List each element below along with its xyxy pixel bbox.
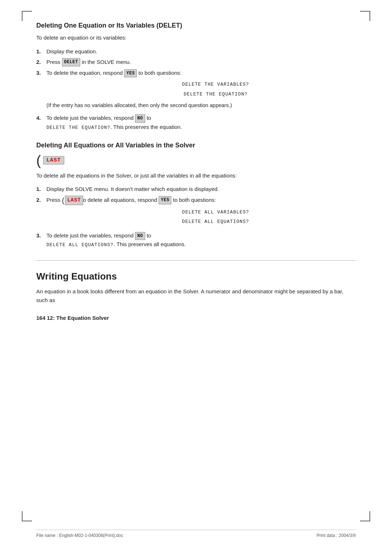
step4-text-after: . This preserves the equation.: [110, 124, 182, 130]
large-paren: (: [36, 154, 41, 167]
sec2-step2-item: 2. Press (LASTo delete all equations, re…: [36, 196, 356, 229]
section3-title: Writing Equations: [36, 271, 356, 282]
footer-filename: File name : English-M02-1-040308(Print).…: [36, 533, 123, 538]
step4-content: To delete just the variables, respond NO…: [46, 114, 356, 131]
sec2-step3-text-middle: to: [145, 232, 151, 239]
inline-paren: (: [62, 197, 65, 204]
step4-text-middle: to: [145, 115, 151, 121]
last-key-badge: LAST: [43, 156, 64, 164]
no-key-2: NO: [135, 232, 145, 240]
step1-text: Display the equation.: [46, 48, 97, 54]
section2-steps-list: 1. Display the SOLVE menu. It doesn't ma…: [36, 185, 356, 249]
parenthetical-text: (If the entry has no variables allocated…: [46, 102, 356, 110]
sec2-step3-content: To delete just the variables, respond NO…: [46, 231, 356, 249]
mono-line-1: DELETE THE VARIABLES?: [75, 81, 356, 88]
step3-item: 3. To delete the equation, respond YES t…: [36, 69, 356, 111]
page: Deleting One Equation or Its Variables (…: [0, 0, 392, 554]
step2-text-after: in the SOLVE menu.: [80, 59, 131, 65]
step1-item: 1. Display the equation.: [36, 47, 356, 56]
corner-mark-br: [360, 511, 370, 521]
section1-mono-block: DELETE THE VARIABLES? DELETE THE EQUATIO…: [75, 81, 356, 98]
sec2-step3-text-after: . This preserves all equations.: [114, 241, 186, 247]
sec2-step2-content: Press (LASTo delete all equations, respo…: [46, 196, 356, 229]
inline-last-text: LAST: [67, 197, 81, 203]
delet-key: DELET: [62, 58, 81, 66]
sec2-step1-text: Display the SOLVE menu. It doesn't matte…: [46, 186, 219, 192]
sec2-mono-line-2: DELETE ALL EQUATIONS?: [75, 218, 356, 225]
step3-text-before: To delete the equation, respond: [46, 70, 124, 76]
inline-last-combo: (LAST: [62, 196, 83, 205]
sec2-step1-content: Display the SOLVE menu. It doesn't matte…: [46, 185, 356, 193]
page-footer: File name : English-M02-1-040308(Print).…: [36, 530, 356, 538]
section-divider: [36, 260, 356, 261]
sec2-step3-item: 3. To delete just the variables, respond…: [36, 231, 356, 249]
sec2-step3-text-before: To delete just the variables, respond: [46, 232, 135, 239]
section2-intro: To delete all the equations in the Solve…: [36, 172, 356, 180]
sec2-step3-num: 3.: [36, 231, 45, 240]
step2-item: 2. Press DELET in the SOLVE menu.: [36, 58, 356, 66]
sec2-mono-line-1: DELETE ALL VARIABLES?: [75, 209, 356, 216]
step3-content: To delete the equation, respond YES to b…: [46, 69, 356, 111]
yes-key-1: YES: [124, 69, 137, 78]
large-key-combo: ( LAST: [36, 154, 356, 167]
sec2-step1-item: 1. Display the SOLVE menu. It doesn't ma…: [36, 185, 356, 193]
footer-subsection: 164 12: The Equation Solver: [36, 315, 356, 321]
sec2-step2-text-before: Press: [46, 197, 62, 203]
section1-title: Deleting One Equation or Its Variables (…: [36, 22, 356, 29]
footer-print-date: Print data : 2004/3/9: [317, 533, 356, 538]
section2-mono-block: DELETE ALL VARIABLES? DELETE ALL EQUATIO…: [75, 209, 356, 225]
step4-num: 4.: [36, 114, 45, 122]
step2-content: Press DELET in the SOLVE menu.: [46, 58, 356, 66]
section1-intro: To delete an equation or its variables:: [36, 34, 356, 42]
corner-mark-tr: [360, 11, 370, 21]
step1-content: Display the equation.: [46, 47, 356, 56]
step2-num: 2.: [36, 58, 45, 66]
yes-key-2: YES: [159, 196, 171, 204]
last-key-red-text: LAST: [46, 157, 61, 163]
step4-item: 4. To delete just the variables, respond…: [36, 114, 356, 131]
inline-last-key: LAST: [65, 196, 83, 205]
no-key-1: NO: [135, 114, 145, 123]
footer-chapter: 12: The Equation Solver: [47, 315, 109, 321]
footer-page-num: 164: [36, 315, 45, 321]
section3-intro: An equation in a book looks different fr…: [36, 287, 356, 305]
mono-line-2: DELETE THE EQUATION?: [75, 91, 356, 98]
step3-num: 3.: [36, 69, 45, 77]
sec2-step3-mono-inline: DELETE ALL EQUATIONS?: [46, 242, 114, 248]
section1-steps-list: 1. Display the equation. 2. Press DELET …: [36, 47, 356, 131]
step3-text-after: to both questions:: [137, 70, 181, 76]
step4-text-before: To delete just the variables, respond: [46, 115, 135, 121]
step2-text-before: Press: [46, 59, 62, 65]
step4-mono-inline: DELETE THE EQUATION?: [46, 125, 110, 130]
section2-title: Deleting All Equations or All Variables …: [36, 142, 356, 149]
step1-num: 1.: [36, 47, 45, 56]
corner-mark-bl: [22, 511, 32, 521]
sec2-step2-text-middle: o delete all equations, respond: [83, 197, 159, 203]
sec2-step2-num: 2.: [36, 196, 45, 204]
sec2-step1-num: 1.: [36, 185, 45, 193]
sec2-step2-text-after: to both questions:: [171, 197, 216, 203]
corner-mark-tl: [22, 11, 32, 21]
